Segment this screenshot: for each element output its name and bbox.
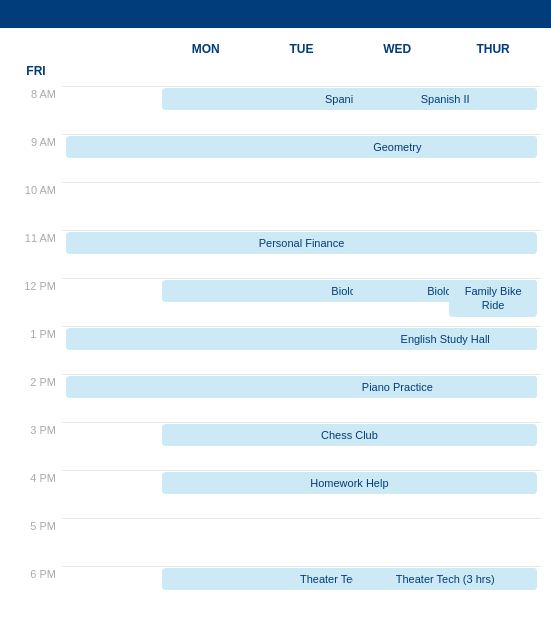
event-piano-practice-wed[interactable]: Piano Practice xyxy=(258,376,537,398)
grid-cell-r3-c6 xyxy=(445,182,541,230)
time-label-row-8: 3 PM xyxy=(10,422,62,470)
event-theater-tech-thu[interactable]: Theater Tech (3 hrs) xyxy=(353,568,537,590)
grid-cell-r10-c4 xyxy=(254,518,350,566)
time-col-header xyxy=(10,38,62,60)
event-english-study-hall-thu[interactable]: English Study Hall xyxy=(353,328,537,350)
grid-cell-r3-c3 xyxy=(158,182,254,230)
day-label-fri: FRI xyxy=(10,60,62,82)
day-label-wed: WED xyxy=(349,38,445,60)
time-label-row-3: 10 AM xyxy=(10,182,62,230)
time-label-row-4: 11 AM xyxy=(10,230,62,278)
grid-cell-r10-c3 xyxy=(158,518,254,566)
time-label-row-11: 6 PM xyxy=(10,566,62,614)
grid-cell-r9-c2 xyxy=(62,470,158,518)
grid-cell-r3-c2 xyxy=(62,182,158,230)
event-personal-finance-mon[interactable]: Personal Finance xyxy=(66,232,537,254)
time-label-row-6: 1 PM xyxy=(10,326,62,374)
day-label-empty xyxy=(62,38,158,60)
grid-cell-r10-c5 xyxy=(349,518,445,566)
grid-cell-r1-c2 xyxy=(62,86,158,134)
day-label-thur: THUR xyxy=(445,38,541,60)
event-family-bike-ride-fri[interactable]: Family Bike Ride xyxy=(449,280,537,317)
grid-cell-r11-c2 xyxy=(62,566,158,614)
grid-cell-r3-c4 xyxy=(254,182,350,230)
schedule-container: MONTUEWEDTHURFRI 8 AM9 AM10 AM11 AM12 PM… xyxy=(0,28,551,624)
event-homework-help-tue[interactable]: Homework Help xyxy=(162,472,537,494)
event-spanish-ii-thu[interactable]: Spanish II xyxy=(353,88,537,110)
day-label-tue: TUE xyxy=(254,38,350,60)
grid-cell-r5-c2 xyxy=(62,278,158,326)
event-chess-club-tue[interactable]: Chess Club xyxy=(162,424,537,446)
event-geometry-wed[interactable]: Geometry xyxy=(258,136,537,158)
time-label-row-10: 5 PM xyxy=(10,518,62,566)
day-label-mon: MON xyxy=(158,38,254,60)
grid-cell-r10-c2 xyxy=(62,518,158,566)
days-header: MONTUEWEDTHURFRI xyxy=(10,38,541,82)
time-label-row-1: 8 AM xyxy=(10,86,62,134)
time-label-row-5: 12 PM xyxy=(10,278,62,326)
grid-cell-r8-c2 xyxy=(62,422,158,470)
header xyxy=(0,0,551,28)
grid-cell-r3-c5 xyxy=(349,182,445,230)
time-label-row-9: 4 PM xyxy=(10,470,62,518)
time-label-row-2: 9 AM xyxy=(10,134,62,182)
schedule-grid: 8 AM9 AM10 AM11 AM12 PM1 PM2 PM3 PM4 PM5… xyxy=(10,86,541,614)
time-label-row-7: 2 PM xyxy=(10,374,62,422)
grid-cell-r10-c6 xyxy=(445,518,541,566)
